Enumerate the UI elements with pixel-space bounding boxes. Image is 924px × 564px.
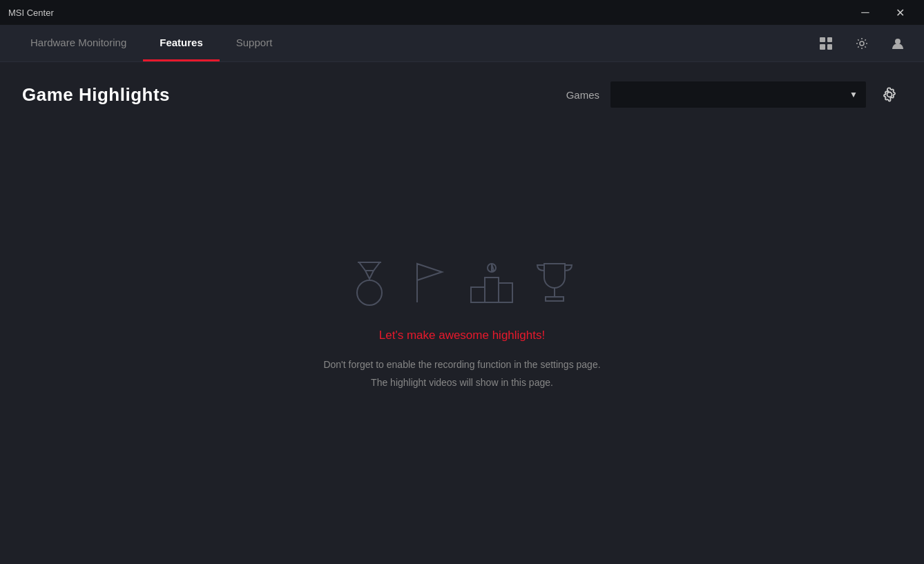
medal-icon bbox=[348, 258, 391, 308]
trophy-icon bbox=[533, 258, 576, 308]
podium-icon bbox=[467, 258, 517, 308]
chevron-down-icon: ▼ bbox=[849, 90, 858, 99]
grid-icon bbox=[820, 37, 832, 50]
grid-view-button[interactable] bbox=[814, 31, 838, 56]
minimize-button[interactable]: ─ bbox=[849, 0, 881, 25]
games-dropdown[interactable]: ▼ bbox=[610, 81, 866, 108]
nav-bar: Hardware Monitoring Features Support bbox=[0, 25, 924, 62]
svg-marker-9 bbox=[417, 264, 442, 280]
settings-gear-icon bbox=[881, 86, 898, 103]
content-area: Game Highlights Games ▼ bbox=[0, 62, 924, 564]
svg-rect-16 bbox=[546, 297, 564, 301]
svg-rect-11 bbox=[471, 287, 485, 302]
app-title-area: MSI Center bbox=[8, 8, 54, 18]
gear-icon bbox=[855, 37, 869, 50]
window-controls: ─ ✕ bbox=[849, 0, 916, 25]
tab-hardware-monitoring[interactable]: Hardware Monitoring bbox=[14, 25, 143, 61]
nav-right-icons bbox=[814, 31, 910, 56]
empty-body-text: Don't forget to enable the recording fun… bbox=[323, 356, 600, 391]
close-button[interactable]: ✕ bbox=[884, 0, 916, 25]
game-highlights-settings-button[interactable] bbox=[877, 82, 902, 107]
empty-headline: Let's make awesome highlights! bbox=[379, 329, 545, 342]
app-title: MSI Center bbox=[8, 8, 54, 18]
nav-tabs: Hardware Monitoring Features Support bbox=[14, 25, 289, 61]
games-controls: Games ▼ bbox=[566, 81, 902, 108]
user-icon bbox=[890, 36, 905, 51]
empty-state: Let's make awesome highlights! Don't for… bbox=[22, 108, 902, 542]
tab-features[interactable]: Features bbox=[143, 25, 220, 61]
svg-marker-4 bbox=[365, 271, 374, 279]
title-bar: MSI Center ─ ✕ bbox=[0, 0, 924, 25]
empty-state-icons bbox=[348, 258, 576, 308]
svg-line-5 bbox=[359, 262, 365, 271]
svg-rect-12 bbox=[499, 283, 512, 302]
svg-point-3 bbox=[357, 280, 382, 305]
settings-button[interactable] bbox=[849, 31, 874, 56]
svg-point-1 bbox=[895, 39, 901, 44]
svg-rect-10 bbox=[485, 278, 499, 302]
page-header: Game Highlights Games ▼ bbox=[22, 81, 902, 108]
page-title: Game Highlights bbox=[22, 84, 170, 106]
flag-icon bbox=[407, 258, 450, 308]
games-label: Games bbox=[566, 89, 599, 101]
tab-support[interactable]: Support bbox=[220, 25, 289, 61]
svg-point-2 bbox=[887, 93, 892, 97]
svg-line-6 bbox=[374, 262, 380, 271]
profile-button[interactable] bbox=[885, 31, 910, 56]
svg-point-0 bbox=[860, 41, 864, 46]
